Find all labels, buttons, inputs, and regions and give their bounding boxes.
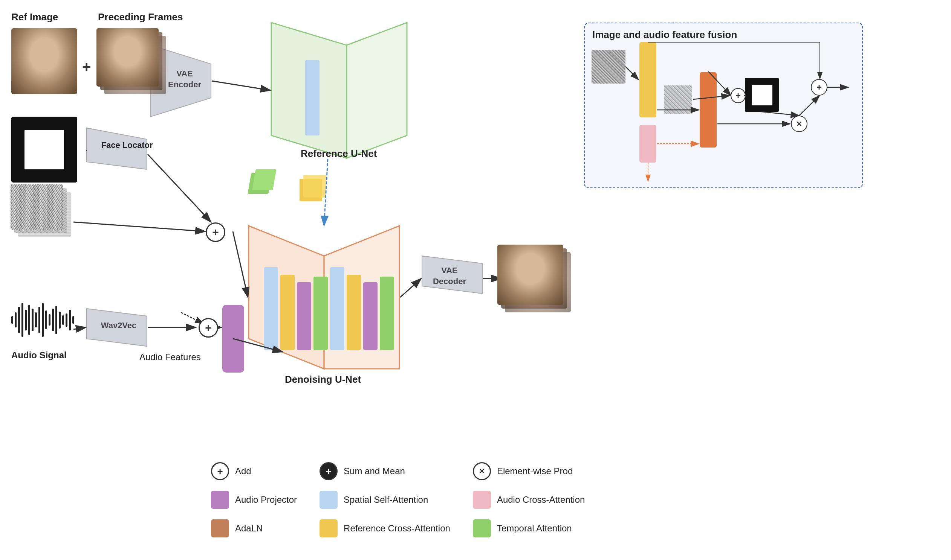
legend-spatial-attn-swatch — [320, 491, 338, 509]
svg-line-31 — [233, 231, 248, 297]
legend-spatial-attn: Spatial Self-Attention — [320, 491, 450, 509]
svg-rect-24 — [222, 305, 244, 372]
svg-line-54 — [693, 95, 730, 99]
svg-rect-16 — [264, 267, 278, 350]
svg-line-36 — [400, 278, 421, 297]
denoising-unet-label: Denoising U-Net — [285, 372, 361, 386]
legend-audio-projector-swatch — [211, 491, 229, 509]
legend-elemwise-icon: × — [473, 462, 491, 480]
plus-operator-ref: + — [82, 58, 91, 75]
diagram-container: { "title": "Architecture Diagram", "labe… — [0, 0, 951, 560]
svg-rect-12 — [247, 173, 272, 194]
legend-audio-projector-label: Audio Projector — [235, 494, 297, 505]
svg-rect-20 — [330, 267, 344, 350]
svg-line-27 — [324, 159, 328, 226]
legend-col-3: × Element-wise Prod Audio Cross-Attentio… — [473, 462, 585, 537]
legend-adaln: AdaLN — [211, 519, 297, 537]
legend-temporal-attn-swatch — [473, 519, 491, 537]
legend-temporal-attn-label: Temporal Attention — [497, 523, 572, 534]
add-op-audio: + — [199, 318, 218, 338]
svg-rect-14 — [300, 179, 322, 202]
legend-sum-mean: + Sum and Mean — [320, 462, 450, 480]
audio-waveform — [11, 301, 79, 339]
svg-marker-6 — [324, 226, 399, 369]
svg-line-53 — [709, 71, 731, 95]
legend-adaln-swatch — [211, 519, 229, 537]
svg-rect-23 — [380, 277, 394, 350]
face-locator-label: Face Locator — [95, 140, 159, 151]
legend-adaln-label: AdaLN — [235, 523, 262, 534]
svg-marker-4 — [347, 23, 407, 158]
legend-col-1: + Add Audio Projector AdaLN — [211, 462, 297, 537]
legend-audio-cross-attn-label: Audio Cross-Attention — [497, 494, 585, 505]
face-mask-image — [11, 117, 77, 183]
add-op-noise-face: + — [206, 222, 225, 242]
legend-elemwise-label: Element-wise Prod — [497, 466, 573, 477]
svg-marker-3 — [271, 23, 347, 158]
svg-rect-19 — [313, 277, 328, 350]
wav2vec-label: Wav2Vec — [94, 321, 143, 331]
legend-container: + Add Audio Projector AdaLN + Sum and Me… — [211, 462, 585, 537]
svg-rect-21 — [347, 275, 361, 350]
output-frames — [497, 245, 573, 314]
legend-audio-cross-attn-swatch — [473, 491, 491, 509]
audio-signal-label: Audio Signal — [11, 350, 67, 360]
svg-rect-15 — [303, 175, 326, 198]
legend-sum-mean-label: Sum and Mean — [344, 466, 405, 477]
fusion-arrows — [585, 23, 864, 189]
svg-line-26 — [212, 81, 270, 90]
vae-decoder-label: VAEDecoder — [429, 265, 470, 287]
svg-rect-22 — [363, 282, 378, 350]
legend-audio-projector: Audio Projector — [211, 491, 297, 509]
legend-ref-cross-attn: Reference Cross-Attention — [320, 519, 450, 537]
svg-line-29 — [74, 222, 205, 231]
legend-ref-cross-attn-swatch — [320, 519, 338, 537]
ref-image-label: Ref Image — [11, 11, 58, 23]
legend-add-label: Add — [235, 466, 251, 477]
svg-marker-5 — [249, 226, 324, 369]
audio-input-frames — [11, 185, 73, 239]
svg-rect-18 — [297, 282, 311, 350]
fusion-box: Image and audio feature fusion + × + — [584, 23, 863, 188]
svg-line-58 — [799, 95, 820, 115]
legend-sum-mean-icon: + — [320, 462, 338, 480]
svg-rect-17 — [280, 275, 295, 350]
svg-line-35 — [233, 339, 283, 352]
legend-spatial-attn-label: Spatial Self-Attention — [344, 494, 428, 505]
vae-encoder-label: VAEEncoder — [164, 69, 205, 90]
svg-line-50 — [625, 67, 639, 80]
ref-image — [11, 28, 77, 94]
svg-rect-11 — [305, 60, 320, 135]
svg-rect-13 — [252, 169, 276, 190]
legend-col-2: + Sum and Mean Spatial Self-Attention Re… — [320, 462, 450, 537]
legend-elemwise-prod: × Element-wise Prod — [473, 462, 585, 480]
legend-add-icon: + — [211, 462, 229, 480]
legend-temporal-attn: Temporal Attention — [473, 519, 585, 537]
audio-features-label: Audio Features — [139, 352, 201, 362]
preceding-frames — [96, 28, 168, 94]
svg-line-57 — [761, 112, 799, 115]
ref-unet-label: Reference U-Net — [301, 147, 377, 160]
legend-audio-cross-attn: Audio Cross-Attention — [473, 491, 585, 509]
legend-add: + Add — [211, 462, 297, 480]
preceding-frames-label: Preceding Frames — [98, 11, 183, 23]
svg-line-28 — [148, 154, 211, 222]
legend-ref-cross-attn-label: Reference Cross-Attention — [344, 523, 450, 534]
